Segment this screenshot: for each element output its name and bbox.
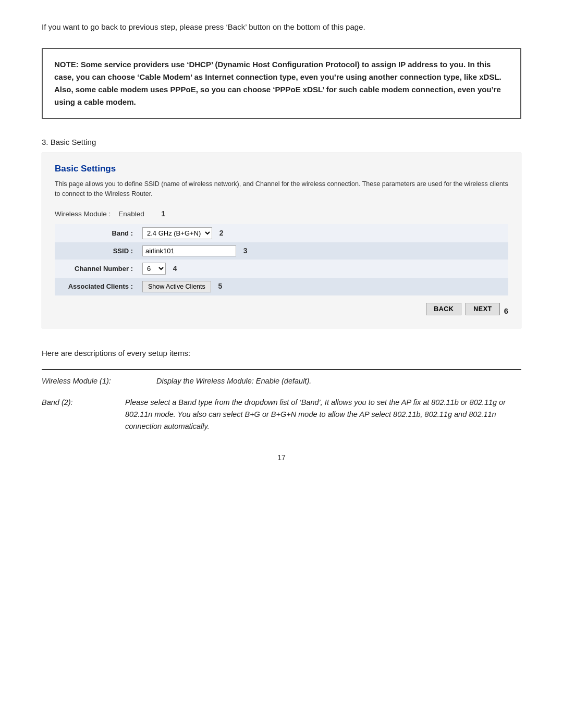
band-row: Band : 2.4 GHz (B+G+N) 2.4 GHz (B+G) 2.4… — [55, 224, 508, 242]
panel-heading: Basic Settings — [55, 164, 508, 174]
basic-settings-panel: Basic Settings This page allows you to d… — [42, 153, 521, 328]
channel-row: Channel Number : 6 1 2 3 4 5 7 8 9 10 11 — [55, 260, 508, 278]
band-label: Band : — [55, 224, 138, 242]
wireless-description-row: Wireless Module (1): Display the Wireles… — [42, 375, 521, 387]
band-number: 2 — [219, 229, 224, 237]
wireless-module-number: 1 — [161, 209, 165, 218]
channel-number: 4 — [173, 264, 177, 273]
button-row: BACK NEXT 6 — [55, 303, 508, 315]
show-active-clients-button[interactable]: Show Active Clients — [142, 281, 211, 292]
note-box: NOTE: Some service providers use ‘DHCP’ … — [42, 48, 521, 119]
note-text: NOTE: Some service providers use ‘DHCP’ … — [54, 58, 509, 108]
back-button[interactable]: BACK — [426, 303, 461, 315]
ssid-value-cell: 3 — [138, 242, 508, 260]
band-select[interactable]: 2.4 GHz (B+G+N) 2.4 GHz (B+G) 2.4 GHz (B… — [142, 227, 212, 239]
ssid-input[interactable] — [142, 245, 236, 256]
ssid-number: 3 — [243, 246, 248, 255]
associated-clients-row: Associated Clients : Show Active Clients… — [55, 278, 508, 295]
wireless-desc-text: Display the Wireless Module: Enable (def… — [156, 375, 311, 387]
wireless-desc-label: Wireless Module (1): — [42, 375, 156, 387]
channel-select[interactable]: 6 1 2 3 4 5 7 8 9 10 11 — [142, 263, 166, 275]
ssid-row: SSID : 3 — [55, 242, 508, 260]
band-desc-text: Please select a Band type from the dropd… — [125, 397, 521, 433]
next-button[interactable]: NEXT — [466, 303, 499, 315]
intro-paragraph: If you want to go back to previous step,… — [42, 21, 521, 33]
associated-clients-value-cell: Show Active Clients 5 — [138, 278, 508, 295]
band-value-cell: 2.4 GHz (B+G+N) 2.4 GHz (B+G) 2.4 GHz (B… — [138, 224, 508, 242]
panel-description: This page allows you to define SSID (nam… — [55, 179, 508, 199]
band-desc-label: Band (2): — [42, 397, 125, 409]
settings-table: Band : 2.4 GHz (B+G+N) 2.4 GHz (B+G) 2.4… — [55, 224, 508, 295]
channel-value-cell: 6 1 2 3 4 5 7 8 9 10 11 4 — [138, 260, 508, 278]
btn-group: BACK NEXT — [426, 303, 499, 315]
associated-clients-label: Associated Clients : — [55, 278, 138, 295]
band-description-row: Band (2): Please select a Band type from… — [42, 397, 521, 433]
section-title: 3. Basic Setting — [42, 138, 521, 146]
channel-label: Channel Number : — [55, 260, 138, 278]
here-text: Here are descriptions of every setup ite… — [42, 347, 521, 360]
wireless-module-value: Enabled — [118, 210, 144, 218]
ssid-label: SSID : — [55, 242, 138, 260]
wireless-module-label: Wireless Module : — [55, 210, 111, 218]
associated-clients-number: 5 — [218, 282, 222, 290]
page-number: 17 — [42, 453, 521, 462]
buttons-number: 6 — [504, 306, 508, 315]
wireless-module-row: Wireless Module : Enabled 1 — [55, 209, 508, 218]
divider — [42, 369, 521, 370]
description-block: Wireless Module (1): Display the Wireles… — [42, 375, 521, 433]
